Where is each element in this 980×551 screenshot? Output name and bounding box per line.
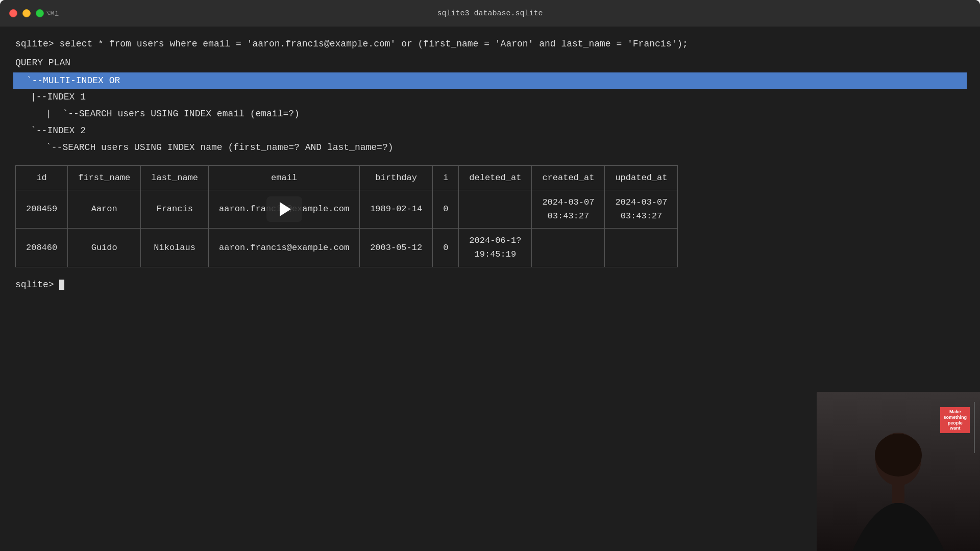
cell-i: 0 <box>433 190 459 228</box>
plan-line-3: | `--SEARCH users USING INDEX email (ema… <box>15 106 965 122</box>
titlebar: ⌥⌘1 sqlite3 database.sqlite <box>0 0 980 27</box>
close-button[interactable] <box>9 9 17 17</box>
cell-id: 208460 <box>16 229 68 267</box>
keyboard-shortcut: ⌥⌘1 <box>46 9 59 18</box>
cell-birthday: 1989-02-14 <box>360 190 433 228</box>
play-button[interactable] <box>266 196 302 222</box>
hair-svg <box>832 418 965 551</box>
shelf-line <box>974 402 975 453</box>
table-row: 208460 Guido Nikolaus aaron.francis@exam… <box>16 229 678 267</box>
sql-query-line: sqlite> select * from users where email … <box>15 37 965 52</box>
video-person: Makesomethingpeoplewant <box>817 392 980 551</box>
terminal-window: ⌥⌘1 sqlite3 database.sqlite sqlite> sele… <box>0 0 980 551</box>
terminal-body[interactable]: sqlite> select * from users where email … <box>0 27 980 551</box>
cell-first-name: Guido <box>68 229 141 267</box>
traffic-lights <box>9 9 44 17</box>
maximize-button[interactable] <box>36 9 44 17</box>
cell-i: 0 <box>433 229 459 267</box>
col-i: i <box>433 165 459 190</box>
cell-created-at <box>532 229 605 267</box>
prompt-label: sqlite> <box>15 39 54 49</box>
video-overlay: Makesomethingpeoplewant <box>817 392 980 551</box>
col-id: id <box>16 165 68 190</box>
minimize-button[interactable] <box>22 9 31 17</box>
col-birthday: birthday <box>360 165 433 190</box>
cell-deleted-at <box>459 190 532 228</box>
cell-id: 208459 <box>16 190 68 228</box>
bottom-prompt-label: sqlite> <box>15 280 54 290</box>
col-deleted-at: deleted_at <box>459 165 532 190</box>
cell-deleted-at: 2024-06-1?19:45:19 <box>459 229 532 267</box>
cell-last-name: Francis <box>141 190 209 228</box>
cell-email: aaron.francis@example.com <box>209 190 360 228</box>
col-last-name: last_name <box>141 165 209 190</box>
sql-query-text: select * from users where email = 'aaron… <box>59 39 688 49</box>
col-first-name: first_name <box>68 165 141 190</box>
table-header-row: id first_name last_name email birthday i… <box>16 165 678 190</box>
cell-first-name: Aaron <box>68 190 141 228</box>
cell-updated-at: 2024-03-0703:43:27 <box>605 190 678 228</box>
table-row: 208459 Aaron Francis aaron.francis@examp… <box>16 190 678 228</box>
cell-email: aaron.francis@example.com <box>209 229 360 267</box>
svg-point-5 <box>875 434 922 477</box>
cell-last-name: Nikolaus <box>141 229 209 267</box>
cell-created-at: 2024-03-0703:43:27 <box>532 190 605 228</box>
col-updated-at: updated_at <box>605 165 678 190</box>
plan-line-5: `--SEARCH users USING INDEX name (first_… <box>15 139 965 156</box>
window-title: sqlite3 database.sqlite <box>437 9 543 18</box>
col-email: email <box>209 165 360 190</box>
col-created-at: created_at <box>532 165 605 190</box>
query-plan-lines: `--MULTI-INDEX OR |--INDEX 1 | `--SEARCH… <box>15 72 965 156</box>
play-icon <box>280 202 291 216</box>
cell-updated-at <box>605 229 678 267</box>
query-plan-label: QUERY PLAN <box>15 56 965 70</box>
bottom-prompt[interactable]: sqlite> <box>15 278 965 292</box>
results-table: id first_name last_name email birthday i… <box>15 165 678 267</box>
plan-line-4: `--INDEX 2 <box>15 122 965 139</box>
plan-line-1: `--MULTI-INDEX OR <box>13 72 967 89</box>
cursor <box>59 280 64 290</box>
cell-birthday: 2003-05-12 <box>360 229 433 267</box>
plan-line-2: |--INDEX 1 <box>15 89 965 106</box>
